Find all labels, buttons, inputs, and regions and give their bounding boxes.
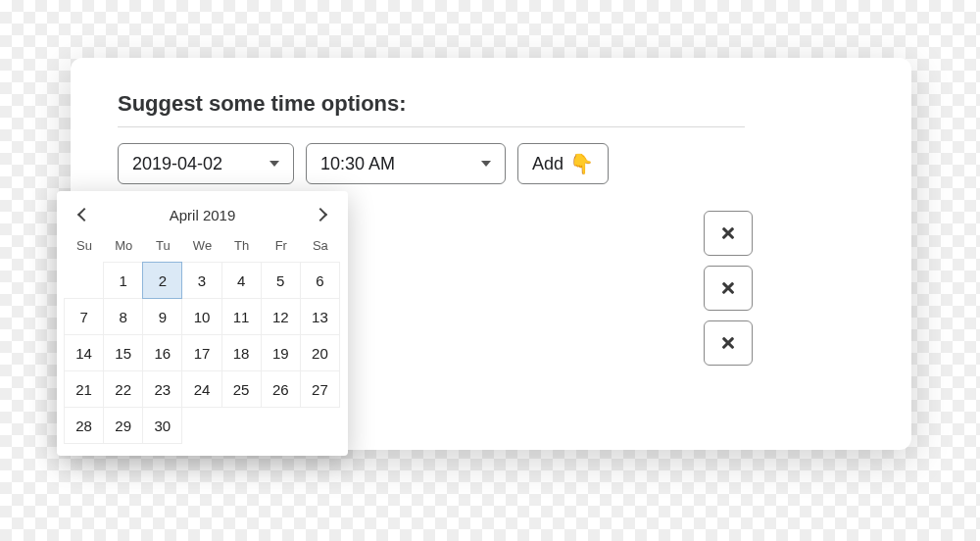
calendar-day[interactable]: 21 xyxy=(64,370,104,408)
calendar-dow: Fr xyxy=(262,232,301,263)
divider xyxy=(118,126,745,127)
calendar-day[interactable]: 15 xyxy=(103,334,143,371)
add-label: Add xyxy=(532,154,564,174)
calendar-day[interactable]: 5 xyxy=(261,262,301,299)
calendar-day[interactable]: 1 xyxy=(103,262,143,299)
calendar-dow: Tu xyxy=(143,232,182,263)
calendar-day[interactable]: 8 xyxy=(103,298,143,335)
calendar-day[interactable]: 23 xyxy=(142,370,182,408)
calendar-month-label: April 2019 xyxy=(170,207,236,223)
calendar-dow: Mo xyxy=(104,232,143,263)
calendar-dow: Su xyxy=(65,232,104,263)
prev-month-button[interactable] xyxy=(73,205,92,224)
calendar-day[interactable]: 29 xyxy=(103,407,143,444)
calendar-header: April 2019 xyxy=(65,201,340,232)
calendar-day[interactable]: 14 xyxy=(64,334,104,371)
calendar-day[interactable]: 3 xyxy=(181,262,221,299)
calendar-day[interactable]: 10 xyxy=(181,298,221,335)
calendar-day[interactable]: 11 xyxy=(221,298,262,335)
date-picker-popover: April 2019 SuMoTuWeThFrSa123456789101112… xyxy=(57,191,348,456)
remove-button[interactable] xyxy=(704,266,753,311)
calendar-day[interactable]: 27 xyxy=(300,370,340,408)
calendar-day[interactable]: 25 xyxy=(221,370,262,408)
next-month-button[interactable] xyxy=(313,205,332,224)
calendar-day[interactable]: 2 xyxy=(142,262,182,299)
calendar-grid: SuMoTuWeThFrSa12345678910111213141516171… xyxy=(65,232,340,444)
time-value: 10:30 AM xyxy=(320,154,395,174)
calendar-day[interactable]: 20 xyxy=(300,334,340,371)
chevron-down-icon xyxy=(270,161,279,167)
calendar-day[interactable]: 28 xyxy=(64,407,104,444)
calendar-dow: Th xyxy=(222,232,262,263)
calendar-day[interactable]: 17 xyxy=(181,334,221,371)
calendar-day[interactable]: 16 xyxy=(142,334,182,371)
calendar-day[interactable]: 18 xyxy=(221,334,262,371)
calendar-day[interactable]: 6 xyxy=(300,262,340,299)
calendar-day[interactable]: 24 xyxy=(181,370,221,408)
calendar-dow: Sa xyxy=(301,232,340,263)
card-title: Suggest some time options: xyxy=(118,91,864,117)
controls-row: 2019-04-02 10:30 AM Add 👇 xyxy=(118,143,864,184)
chevron-down-icon xyxy=(481,161,491,167)
calendar-empty-cell xyxy=(64,262,104,299)
remove-button[interactable] xyxy=(704,211,753,256)
calendar-dow: We xyxy=(182,232,221,263)
add-button[interactable]: Add 👇 xyxy=(517,143,609,184)
calendar-day[interactable]: 9 xyxy=(142,298,182,335)
calendar-day[interactable]: 12 xyxy=(261,298,301,335)
calendar-day[interactable]: 13 xyxy=(300,298,340,335)
calendar-day[interactable]: 26 xyxy=(261,370,301,408)
date-select[interactable]: 2019-04-02 xyxy=(118,143,294,184)
date-value: 2019-04-02 xyxy=(132,154,222,174)
time-select[interactable]: 10:30 AM xyxy=(306,143,506,184)
calendar-day[interactable]: 4 xyxy=(221,262,262,299)
calendar-day[interactable]: 7 xyxy=(64,298,104,335)
calendar-day[interactable]: 19 xyxy=(261,334,301,371)
calendar-day[interactable]: 30 xyxy=(142,407,182,444)
point-down-icon: 👇 xyxy=(569,152,594,175)
calendar-day[interactable]: 22 xyxy=(103,370,143,408)
remove-button[interactable] xyxy=(704,320,753,366)
